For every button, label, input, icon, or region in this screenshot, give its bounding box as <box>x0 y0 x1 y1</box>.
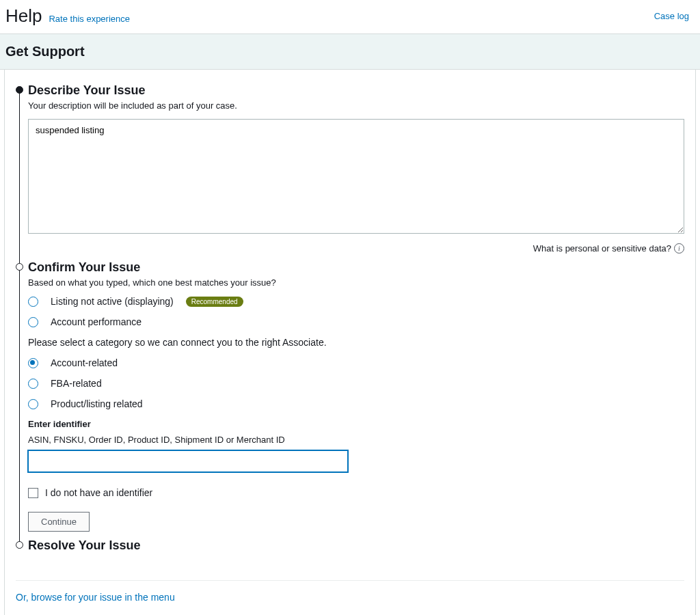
issue-option-label: Listing not active (displaying) <box>51 296 174 307</box>
step-dot-icon <box>16 541 23 549</box>
radio-icon[interactable] <box>28 297 38 307</box>
browse-menu-link[interactable]: Or, browse for your issue in the menu <box>16 580 684 603</box>
sensitive-data-link[interactable]: What is personal or sensitive data? <box>533 243 671 254</box>
identifier-input[interactable] <box>28 450 348 472</box>
identifier-sublabel: ASIN, FNSKU, Order ID, Product ID, Shipm… <box>28 435 684 445</box>
radio-icon[interactable] <box>28 358 38 368</box>
step-describe: Describe Your Issue Your description wil… <box>28 83 684 260</box>
step-describe-desc: Your description will be included as par… <box>28 100 684 111</box>
recommended-badge: Recommended <box>186 297 243 307</box>
step-confirm-title: Confirm Your Issue <box>28 260 684 275</box>
category-option-product[interactable]: Product/listing related <box>28 398 684 409</box>
radio-icon[interactable] <box>28 317 38 327</box>
step-dot-icon <box>16 263 23 271</box>
main-panel: Describe Your Issue Your description wil… <box>4 70 696 615</box>
info-icon[interactable]: i <box>674 243 684 254</box>
category-option-fba[interactable]: FBA-related <box>28 378 684 389</box>
radio-icon[interactable] <box>28 379 38 389</box>
issue-option-listing[interactable]: Listing not active (displaying) Recommen… <box>28 296 684 307</box>
case-log-link[interactable]: Case log <box>654 11 689 21</box>
category-prompt: Please select a category so we can conne… <box>28 337 684 348</box>
step-confirm-desc: Based on what you typed, which one best … <box>28 277 684 288</box>
category-option-label: Product/listing related <box>51 398 143 409</box>
identifier-label: Enter identifier <box>28 419 684 429</box>
sub-bar: Get Support <box>0 34 700 70</box>
steps-container: Describe Your Issue Your description wil… <box>16 83 684 562</box>
page-title: Get Support <box>5 44 695 59</box>
header-left: Help Rate this experience <box>5 5 130 27</box>
step-confirm: Confirm Your Issue Based on what you typ… <box>28 260 684 538</box>
step-resolve-title: Resolve Your Issue <box>28 538 684 553</box>
step-describe-title: Describe Your Issue <box>28 83 684 98</box>
category-option-account[interactable]: Account-related <box>28 357 684 368</box>
step-dot-icon <box>16 86 23 94</box>
step-resolve: Resolve Your Issue <box>28 538 684 562</box>
issue-option-account-perf[interactable]: Account performance <box>28 316 684 327</box>
header: Help Rate this experience Case log <box>0 0 700 34</box>
helper-row: What is personal or sensitive data? i <box>28 243 684 254</box>
no-identifier-row[interactable]: I do not have an identifier <box>28 487 684 498</box>
issue-option-label: Account performance <box>51 316 142 327</box>
checkbox-icon[interactable] <box>28 488 38 498</box>
no-identifier-label: I do not have an identifier <box>45 487 152 498</box>
issue-textarea[interactable] <box>28 119 684 234</box>
rate-experience-link[interactable]: Rate this experience <box>49 14 130 24</box>
category-option-label: FBA-related <box>51 378 102 389</box>
page-help-title: Help <box>5 5 42 27</box>
radio-icon[interactable] <box>28 399 38 409</box>
continue-button[interactable]: Continue <box>28 512 90 532</box>
category-option-label: Account-related <box>51 357 118 368</box>
